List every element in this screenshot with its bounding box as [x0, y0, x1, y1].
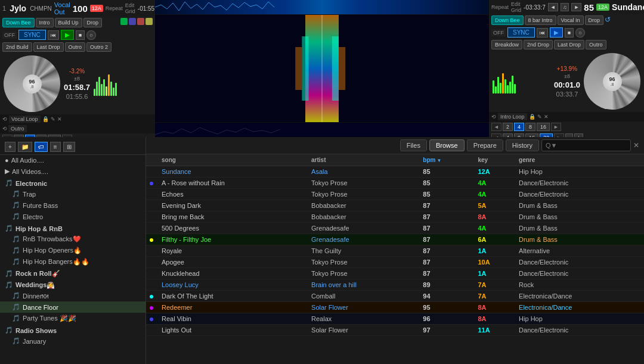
left-cue-build-up[interactable]: Build Up: [55, 18, 82, 27]
song-name[interactable]: Sundance: [158, 166, 308, 178]
table-row[interactable]: RedeemerSolar Flower958AElectronica/Danc…: [146, 302, 644, 313]
left-deck-repeat[interactable]: Repeat: [106, 5, 123, 11]
song-name[interactable]: Filthy - Filthy Joe: [158, 234, 308, 245]
table-row[interactable]: Dark Of The LightComball947AElectronica/…: [146, 291, 644, 302]
prepare-tab[interactable]: Prepare: [467, 139, 503, 151]
sidebar-item-dinner[interactable]: 🎵 Dinner🍽: [0, 290, 145, 301]
song-name[interactable]: Apogee: [158, 257, 308, 268]
table-row[interactable]: SundanceAsala8512AHip Hop: [146, 166, 644, 178]
right-loop-4[interactable]: 4: [514, 123, 524, 131]
left-cue-last-drop[interactable]: Last Drop: [33, 42, 64, 52]
sidebar-category-electronic[interactable]: 🎵 Electronic: [0, 177, 145, 188]
right-deck-arrow-left[interactable]: ◄: [548, 3, 558, 11]
song-name[interactable]: 500 Degrees: [158, 223, 308, 234]
sidebar-item-future-bass[interactable]: 🎵 Future Bass: [0, 200, 145, 211]
song-name[interactable]: Loosey Lucy: [158, 279, 308, 291]
right-loop-edit[interactable]: ✎: [537, 114, 542, 120]
table-row[interactable]: Filthy - Filthy JoeGrenadesafe876ADrum &…: [146, 234, 644, 245]
right-deck-edit-grid[interactable]: Edit Grid: [511, 1, 521, 13]
right-deck-arrow-right[interactable]: ►: [571, 3, 581, 11]
right-loop-16[interactable]: 16: [537, 123, 550, 131]
left-vinyl-icon[interactable]: ○: [86, 30, 95, 40]
col-bpm[interactable]: bpm: [419, 154, 474, 166]
right-deck-headphone[interactable]: ♫: [561, 3, 569, 11]
right-deck-repeat[interactable]: Repeat: [491, 4, 509, 10]
left-cue-outro2[interactable]: Outro 2: [86, 42, 112, 52]
right-cue-breakdown[interactable]: Breakdow: [491, 40, 522, 49]
sidebar-item-electro[interactable]: 🎵 Electro: [0, 211, 145, 222]
table-row[interactable]: Loosey LucyBrain over a hill897ARock: [146, 279, 644, 291]
right-nav-left[interactable]: ◄: [491, 123, 501, 131]
col-artist[interactable]: artist: [308, 154, 419, 166]
song-name[interactable]: Bring me Back: [158, 211, 308, 223]
right-cue-drop[interactable]: Drop: [585, 15, 604, 25]
sidebar-category-hiphop[interactable]: 🎵 Hip Hop & RnB: [0, 222, 145, 234]
table-row[interactable]: EchoesTokyo Prose854ADance/Electronic: [146, 189, 644, 200]
right-cue-vocal-in[interactable]: Vocal In: [558, 15, 584, 25]
sidebar-item-hiphop-bangers[interactable]: 🎵 Hip Hop Bangers🔥🔥: [0, 256, 145, 267]
sidebar-item-hiphop-openers[interactable]: 🎵 Hip Hop Openers🔥: [0, 245, 145, 256]
right-loop-8[interactable]: 8: [525, 123, 535, 131]
col-song[interactable]: song: [158, 154, 308, 166]
song-name[interactable]: Echoes: [158, 189, 308, 200]
sidebar-item-trap[interactable]: 🎵 Trap: [0, 188, 145, 200]
sidebar-item-dance-floor[interactable]: 🎵 Dance Floor: [0, 301, 145, 313]
left-loop-edit[interactable]: ✎: [51, 116, 55, 122]
song-name[interactable]: Dark Of The Light: [158, 291, 308, 302]
song-name[interactable]: Knucklehead: [158, 268, 308, 279]
right-cue-down-bee[interactable]: Down Bee: [491, 15, 524, 25]
right-loop-x[interactable]: ✕: [544, 114, 549, 120]
sidebar-grid-view-btn[interactable]: ⊞: [63, 142, 75, 152]
right-lock-icon[interactable]: 🔒: [529, 114, 535, 120]
left-skip-back[interactable]: ⏮: [48, 30, 59, 40]
col-genre[interactable]: genre: [515, 154, 644, 166]
song-name[interactable]: Evening Dark: [158, 200, 308, 211]
left-outro-label[interactable]: Outro: [8, 125, 27, 132]
table-row[interactable]: Real VibinRealax968AHip Hop: [146, 313, 644, 325]
sidebar-tag-btn[interactable]: 🏷: [35, 142, 48, 152]
sidebar-add-btn[interactable]: +: [5, 142, 16, 152]
sidebar-category-weddings[interactable]: 🎵 Weddings👰: [0, 279, 145, 290]
right-skip-back[interactable]: ⏮: [537, 28, 548, 38]
table-row[interactable]: 500 DegreesGrenadesafe874ADrum & Bass: [146, 223, 644, 234]
table-row[interactable]: Lights OutSolar Flower9711ADance/Electro…: [146, 325, 644, 336]
sidebar-item-party-tunes[interactable]: 🎵 Party Tunes 🎉🎉: [0, 313, 145, 324]
left-loop-x[interactable]: ✕: [57, 116, 62, 122]
sidebar-category-rock[interactable]: 🎵 Rock n Roll🎸: [0, 267, 145, 279]
left-cue-drop[interactable]: Drop: [83, 18, 103, 27]
table-row[interactable]: Bring me BackBobabacker878ADrum & Bass: [146, 211, 644, 223]
browse-tab[interactable]: Browse: [429, 139, 465, 151]
right-vinyl-icon[interactable]: ○: [575, 28, 584, 38]
table-row[interactable]: RoyaleThe Guilty871AAlternative: [146, 245, 644, 257]
search-input[interactable]: [541, 139, 631, 151]
right-loop-label[interactable]: Intro Loop: [498, 113, 527, 120]
song-name[interactable]: Redeemer: [158, 302, 308, 313]
song-name[interactable]: A - Rose without Rain: [158, 178, 308, 189]
sidebar-item-all-audio[interactable]: ● All Audio....: [0, 155, 145, 166]
table-row[interactable]: Evening DarkBobabacker875ADrum & Bass: [146, 200, 644, 211]
sidebar-category-radio[interactable]: 🎵 Radio Shows: [0, 324, 145, 335]
right-cue-refresh[interactable]: ↺: [605, 15, 611, 25]
right-cue-8bar-intro[interactable]: 8 bar Intro: [525, 15, 556, 25]
song-name[interactable]: Lights Out: [158, 325, 308, 336]
right-sync-btn[interactable]: SYNC: [507, 27, 535, 38]
col-key[interactable]: key: [474, 154, 515, 166]
right-cue-last-drop[interactable]: Last Drop: [554, 40, 584, 49]
table-row[interactable]: ApogeeTokyo Prose8710ADance/Electronic: [146, 257, 644, 268]
sidebar-item-all-videos[interactable]: ▶ All Videos....: [0, 166, 145, 177]
left-cue-outro[interactable]: Outro: [65, 42, 86, 52]
left-cue-intro[interactable]: Intro: [36, 18, 54, 27]
song-name[interactable]: Royale: [158, 245, 308, 257]
left-lock-icon[interactable]: 🔒: [42, 116, 49, 122]
right-nav-right[interactable]: ►: [551, 123, 561, 131]
song-name[interactable]: Real Vibin: [158, 313, 308, 325]
left-cue-2nd-build[interactable]: 2nd Build: [2, 42, 32, 52]
right-cue-2nd-drop[interactable]: 2nd Drop: [524, 40, 553, 49]
table-row[interactable]: KnuckleheadTokyo Prose871ADance/Electron…: [146, 268, 644, 279]
left-deck-edit-grid[interactable]: Edit Grid: [125, 2, 135, 14]
left-cue-btn[interactable]: ■: [76, 30, 85, 40]
left-play-btn[interactable]: ▶: [61, 30, 74, 40]
left-cue-down-bee[interactable]: Down Bee: [2, 18, 35, 27]
right-cue-btn[interactable]: ■: [565, 28, 574, 38]
table-row[interactable]: A - Rose without RainTokyo Prose854ADanc…: [146, 178, 644, 189]
